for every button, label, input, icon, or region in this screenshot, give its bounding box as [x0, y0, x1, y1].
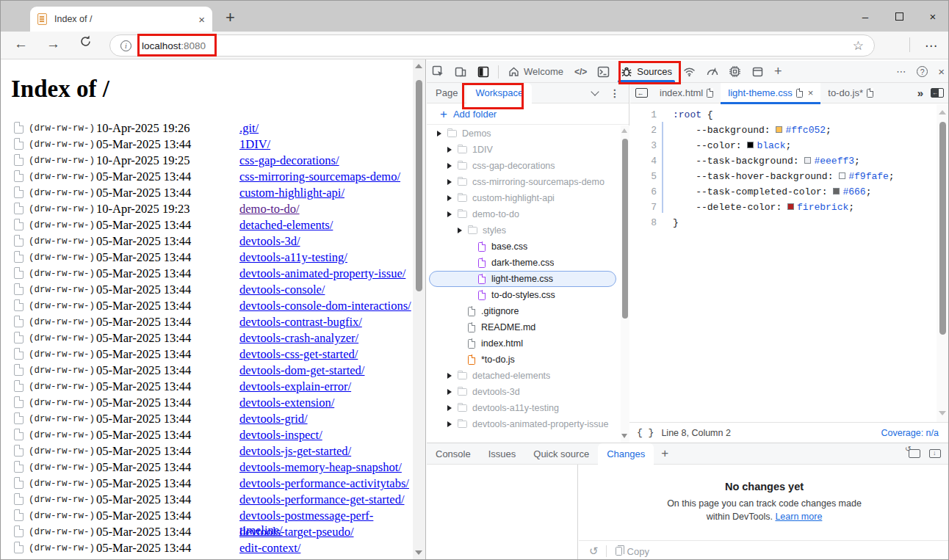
address-bar[interactable]: i localhost:8080 ☆: [109, 34, 875, 57]
editor-tab-index-html[interactable]: index.html: [652, 83, 721, 103]
tree-folder[interactable]: devtools-animated-property-issue: [427, 416, 622, 432]
close-devtools-icon[interactable]: ×: [933, 62, 949, 82]
caret-right-icon[interactable]: [447, 147, 452, 153]
more-tools-button[interactable]: +: [769, 62, 787, 82]
tree-file[interactable]: .gitignore: [427, 303, 622, 319]
add-drawer-tab-button[interactable]: +: [654, 446, 676, 461]
copy-button[interactable]: Copy: [627, 546, 649, 557]
hide-navigator-icon[interactable]: ←: [630, 88, 652, 98]
site-info-icon[interactable]: i: [120, 40, 131, 51]
code-editor[interactable]: 1:root {2 --background: #ffc052;3 --colo…: [630, 104, 937, 421]
minimize-button[interactable]: –: [848, 1, 882, 32]
application-panel-icon[interactable]: [746, 62, 769, 82]
refresh-button[interactable]: [79, 34, 93, 52]
tree-file[interactable]: index.html: [427, 335, 622, 352]
directory-link[interactable]: devtools-grid/: [239, 412, 308, 426]
directory-link[interactable]: devtools-explain-error/: [239, 379, 351, 394]
tree-file[interactable]: *to-do.js: [427, 352, 622, 368]
tab-welcome[interactable]: Welcome: [502, 62, 569, 82]
editor-scrollbar[interactable]: [937, 104, 949, 422]
editor-scrollbar-thumb[interactable]: [939, 122, 946, 335]
color-swatch[interactable]: [804, 157, 811, 164]
directory-link[interactable]: devtools-console-dom-interactions/: [239, 299, 411, 313]
tree-folder[interactable]: css-mirroring-sourcemaps-demo: [427, 174, 622, 190]
scroll-up-icon[interactable]: [415, 64, 422, 68]
tree-file[interactable]: dark-theme.css: [427, 255, 622, 271]
help-icon[interactable]: ?: [912, 62, 933, 82]
directory-link[interactable]: devtools-js-get-started/: [239, 444, 351, 459]
tab-workspace[interactable]: Workspace: [466, 83, 532, 103]
directory-link[interactable]: css-gap-decorations/: [239, 153, 339, 168]
directory-link[interactable]: .git/: [239, 121, 259, 136]
forward-button[interactable]: →: [46, 36, 60, 52]
caret-right-icon[interactable]: [447, 195, 452, 201]
tree-file[interactable]: README.md: [427, 319, 622, 335]
scroll-down-icon[interactable]: [415, 550, 422, 555]
scroll-up-icon[interactable]: [939, 110, 946, 114]
tree-folder[interactable]: styles: [427, 222, 622, 239]
scroll-down-icon[interactable]: [939, 411, 946, 415]
console-panel-icon[interactable]: [592, 62, 615, 82]
more-tabs-icon[interactable]: »: [917, 87, 923, 99]
directory-link[interactable]: devtools-contrast-bugfix/: [239, 315, 362, 330]
caret-right-icon[interactable]: [447, 405, 452, 411]
tree-scrollbar-thumb[interactable]: [622, 139, 628, 319]
caret-right-icon[interactable]: [447, 421, 452, 427]
page-scrollbar-thumb[interactable]: [416, 80, 422, 291]
caret-right-icon[interactable]: [447, 163, 452, 169]
directory-link[interactable]: edit-context/: [239, 541, 300, 556]
copy-icon[interactable]: [616, 547, 622, 556]
drawer-tab-issues[interactable]: Issues: [480, 443, 525, 465]
color-swatch[interactable]: [839, 172, 845, 179]
browser-menu-button[interactable]: ⋯: [925, 38, 938, 54]
page-scrollbar[interactable]: [413, 59, 425, 560]
directory-link[interactable]: devtools-css-get-started/: [239, 347, 358, 362]
browser-tab[interactable]: Index of / ×: [30, 7, 212, 32]
directory-link[interactable]: devtools-3d/: [239, 234, 300, 249]
close-window-button[interactable]: ×: [916, 1, 949, 32]
directory-link[interactable]: devtools-crash-analyzer/: [239, 331, 358, 346]
directory-link[interactable]: devtools-extension/: [239, 396, 334, 410]
directory-link[interactable]: devtools-a11y-testing/: [239, 250, 347, 265]
undock-drawer-icon[interactable]: [909, 449, 920, 458]
caret-right-icon[interactable]: [447, 179, 452, 185]
devtools-menu-icon[interactable]: ⋯: [891, 62, 912, 82]
network-panel-icon[interactable]: [678, 62, 701, 82]
directory-link[interactable]: devtools-inspect/: [239, 428, 322, 443]
tree-scrollbar[interactable]: [621, 126, 629, 443]
coverage-link[interactable]: Coverage: n/a: [881, 428, 939, 438]
editor-tab-light-theme-css[interactable]: light-theme.css×: [721, 83, 820, 103]
tree-folder[interactable]: custom-highlight-api: [427, 190, 622, 206]
dock-panel-icon[interactable]: [931, 88, 944, 98]
scroll-up-icon[interactable]: [621, 128, 627, 133]
performance-panel-icon[interactable]: [701, 62, 724, 82]
tree-file[interactable]: base.css: [427, 239, 622, 255]
caret-right-icon[interactable]: [458, 228, 462, 233]
collapse-drawer-icon[interactable]: [929, 449, 941, 458]
directory-link[interactable]: devtools-console/: [239, 283, 325, 297]
back-button[interactable]: ←: [14, 36, 28, 52]
tree-folder[interactable]: Demos: [427, 126, 622, 142]
navigator-menu-icon[interactable]: ⋮: [610, 87, 620, 99]
directory-link[interactable]: demo-to-do/: [239, 202, 300, 217]
drawer-tab-console[interactable]: Console: [427, 443, 480, 465]
tree-folder[interactable]: devtools-a11y-testing: [427, 400, 622, 416]
tree-folder[interactable]: demo-to-do: [427, 206, 622, 222]
tree-folder[interactable]: 1DIV: [427, 142, 622, 158]
scroll-down-icon[interactable]: [621, 434, 627, 438]
color-swatch[interactable]: [747, 142, 754, 148]
directory-link[interactable]: 1DIV/: [239, 137, 270, 152]
caret-right-icon[interactable]: [447, 373, 452, 379]
inspect-element-icon[interactable]: [427, 62, 450, 82]
revert-icon[interactable]: ↺: [589, 545, 599, 558]
new-tab-button[interactable]: +: [225, 8, 235, 27]
elements-panel-icon[interactable]: </>: [569, 62, 592, 82]
directory-link[interactable]: devtools-animated-property-issue/: [239, 266, 405, 281]
drawer-tab-quick-source[interactable]: Quick source: [524, 443, 598, 465]
pretty-print-button[interactable]: { }: [637, 427, 654, 438]
close-tab-icon[interactable]: ×: [808, 87, 814, 98]
tab-page[interactable]: Page: [427, 83, 466, 103]
editor-tab-to-do-js-[interactable]: to-do.js*: [820, 83, 881, 103]
tab-close-icon[interactable]: ×: [198, 13, 205, 26]
directory-link[interactable]: devtools-dom-get-started/: [239, 363, 364, 378]
